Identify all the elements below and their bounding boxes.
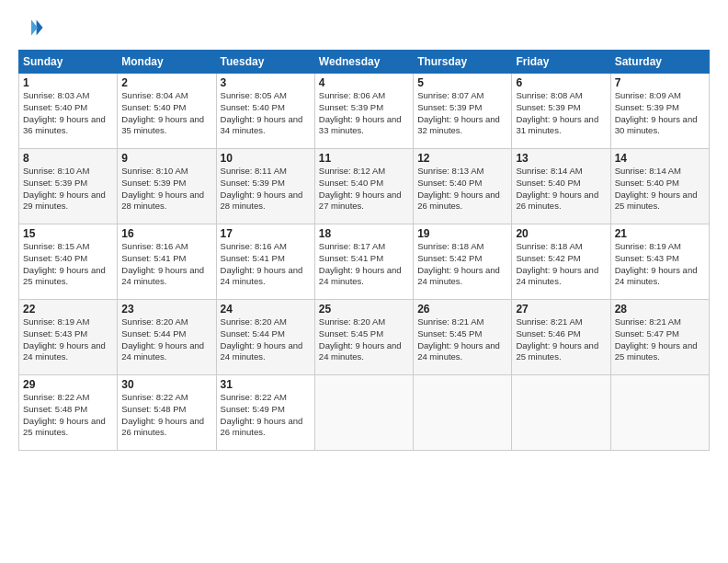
calendar-week-4: 22 Sunrise: 8:19 AMSunset: 5:43 PMDaylig… <box>19 300 710 375</box>
day-number: 1 <box>23 76 113 89</box>
day-number: 4 <box>319 76 409 89</box>
day-number: 17 <box>221 227 311 240</box>
day-number: 8 <box>23 152 113 165</box>
calendar-week-3: 15 Sunrise: 8:15 AMSunset: 5:40 PMDaylig… <box>19 224 710 300</box>
calendar-cell: 19 Sunrise: 8:18 AMSunset: 5:42 PMDaylig… <box>414 224 512 300</box>
calendar-cell: 26 Sunrise: 8:21 AMSunset: 5:45 PMDaylig… <box>414 300 512 375</box>
weekday-header-sunday: Sunday <box>19 51 118 74</box>
logo-icon <box>18 15 44 40</box>
day-number: 23 <box>121 303 211 316</box>
calendar-cell: 18 Sunrise: 8:17 AMSunset: 5:41 PMDaylig… <box>314 224 413 300</box>
calendar-cell: 9 Sunrise: 8:10 AMSunset: 5:39 PMDayligh… <box>118 149 216 224</box>
calendar-header-row: SundayMondayTuesdayWednesdayThursdayFrid… <box>19 51 710 74</box>
day-number: 27 <box>516 303 606 316</box>
logo <box>18 15 46 40</box>
day-info: Sunrise: 8:19 AMSunset: 5:43 PMDaylight:… <box>615 241 698 286</box>
day-number: 13 <box>516 152 606 165</box>
weekday-header-monday: Monday <box>118 51 216 74</box>
day-info: Sunrise: 8:12 AMSunset: 5:40 PMDaylight:… <box>319 166 402 211</box>
day-number: 15 <box>23 227 113 240</box>
day-info: Sunrise: 8:22 AMSunset: 5:49 PMDaylight:… <box>221 392 303 437</box>
day-info: Sunrise: 8:21 AMSunset: 5:45 PMDaylight:… <box>417 316 500 362</box>
day-info: Sunrise: 8:16 AMSunset: 5:41 PMDaylight:… <box>221 241 303 286</box>
day-info: Sunrise: 8:16 AMSunset: 5:41 PMDaylight:… <box>121 241 204 286</box>
day-number: 22 <box>23 303 113 316</box>
day-info: Sunrise: 8:15 AMSunset: 5:40 PMDaylight:… <box>23 241 106 286</box>
day-number: 16 <box>121 227 211 240</box>
day-info: Sunrise: 8:09 AMSunset: 5:39 PMDaylight:… <box>615 90 698 135</box>
calendar-cell: 2 Sunrise: 8:04 AMSunset: 5:40 PMDayligh… <box>118 74 216 149</box>
day-number: 28 <box>615 303 705 316</box>
day-info: Sunrise: 8:10 AMSunset: 5:39 PMDaylight:… <box>23 166 106 211</box>
calendar-cell: 5 Sunrise: 8:07 AMSunset: 5:39 PMDayligh… <box>414 74 512 149</box>
day-info: Sunrise: 8:21 AMSunset: 5:47 PMDaylight:… <box>615 316 698 362</box>
calendar-cell: 6 Sunrise: 8:08 AMSunset: 5:39 PMDayligh… <box>512 74 610 149</box>
calendar-cell: 10 Sunrise: 8:11 AMSunset: 5:39 PMDaylig… <box>216 149 314 224</box>
calendar-cell: 22 Sunrise: 8:19 AMSunset: 5:43 PMDaylig… <box>19 300 118 375</box>
day-number: 24 <box>221 303 311 316</box>
day-info: Sunrise: 8:21 AMSunset: 5:46 PMDaylight:… <box>516 316 598 362</box>
calendar-cell <box>314 375 413 451</box>
day-number: 31 <box>221 378 311 391</box>
day-number: 30 <box>121 378 211 391</box>
day-info: Sunrise: 8:14 AMSunset: 5:40 PMDaylight:… <box>516 166 598 211</box>
calendar-cell: 21 Sunrise: 8:19 AMSunset: 5:43 PMDaylig… <box>610 224 709 300</box>
day-number: 10 <box>221 152 311 165</box>
calendar-cell: 11 Sunrise: 8:12 AMSunset: 5:40 PMDaylig… <box>314 149 413 224</box>
day-number: 7 <box>615 76 705 89</box>
day-number: 20 <box>516 227 606 240</box>
weekday-header-wednesday: Wednesday <box>314 51 413 74</box>
calendar-cell: 28 Sunrise: 8:21 AMSunset: 5:47 PMDaylig… <box>610 300 709 375</box>
day-number: 2 <box>121 76 211 89</box>
day-info: Sunrise: 8:05 AMSunset: 5:40 PMDaylight:… <box>221 90 303 135</box>
day-info: Sunrise: 8:20 AMSunset: 5:44 PMDaylight:… <box>121 316 204 362</box>
calendar-cell: 25 Sunrise: 8:20 AMSunset: 5:45 PMDaylig… <box>314 300 413 375</box>
day-number: 21 <box>615 227 705 240</box>
weekday-header-saturday: Saturday <box>610 51 709 74</box>
day-info: Sunrise: 8:22 AMSunset: 5:48 PMDaylight:… <box>23 392 106 437</box>
calendar-cell <box>610 375 709 451</box>
day-info: Sunrise: 8:20 AMSunset: 5:45 PMDaylight:… <box>319 316 402 362</box>
day-number: 6 <box>516 76 606 89</box>
day-info: Sunrise: 8:18 AMSunset: 5:42 PMDaylight:… <box>516 241 598 286</box>
day-info: Sunrise: 8:13 AMSunset: 5:40 PMDaylight:… <box>417 166 500 211</box>
day-info: Sunrise: 8:10 AMSunset: 5:39 PMDaylight:… <box>121 166 204 211</box>
weekday-header-friday: Friday <box>512 51 610 74</box>
calendar-cell: 1 Sunrise: 8:03 AMSunset: 5:40 PMDayligh… <box>19 74 118 149</box>
day-number: 12 <box>417 152 507 165</box>
day-number: 29 <box>23 378 113 391</box>
day-number: 18 <box>319 227 409 240</box>
calendar-cell: 17 Sunrise: 8:16 AMSunset: 5:41 PMDaylig… <box>216 224 314 300</box>
calendar-cell: 3 Sunrise: 8:05 AMSunset: 5:40 PMDayligh… <box>216 74 314 149</box>
calendar-cell: 16 Sunrise: 8:16 AMSunset: 5:41 PMDaylig… <box>118 224 216 300</box>
day-info: Sunrise: 8:18 AMSunset: 5:42 PMDaylight:… <box>417 241 500 286</box>
day-info: Sunrise: 8:07 AMSunset: 5:39 PMDaylight:… <box>417 90 500 135</box>
calendar-cell: 7 Sunrise: 8:09 AMSunset: 5:39 PMDayligh… <box>610 74 709 149</box>
day-info: Sunrise: 8:17 AMSunset: 5:41 PMDaylight:… <box>319 241 402 286</box>
day-info: Sunrise: 8:20 AMSunset: 5:44 PMDaylight:… <box>221 316 303 362</box>
day-number: 5 <box>417 76 507 89</box>
calendar-cell: 4 Sunrise: 8:06 AMSunset: 5:39 PMDayligh… <box>314 74 413 149</box>
calendar-cell: 24 Sunrise: 8:20 AMSunset: 5:44 PMDaylig… <box>216 300 314 375</box>
calendar-cell: 12 Sunrise: 8:13 AMSunset: 5:40 PMDaylig… <box>414 149 512 224</box>
calendar-cell: 8 Sunrise: 8:10 AMSunset: 5:39 PMDayligh… <box>19 149 118 224</box>
calendar-cell: 30 Sunrise: 8:22 AMSunset: 5:48 PMDaylig… <box>118 375 216 451</box>
day-number: 25 <box>319 303 409 316</box>
day-info: Sunrise: 8:14 AMSunset: 5:40 PMDaylight:… <box>615 166 698 211</box>
calendar-cell: 27 Sunrise: 8:21 AMSunset: 5:46 PMDaylig… <box>512 300 610 375</box>
day-info: Sunrise: 8:08 AMSunset: 5:39 PMDaylight:… <box>516 90 598 135</box>
day-info: Sunrise: 8:03 AMSunset: 5:40 PMDaylight:… <box>23 90 106 135</box>
calendar-cell: 23 Sunrise: 8:20 AMSunset: 5:44 PMDaylig… <box>118 300 216 375</box>
header <box>18 15 710 40</box>
day-number: 11 <box>319 152 409 165</box>
day-number: 26 <box>417 303 507 316</box>
day-number: 19 <box>417 227 507 240</box>
calendar-cell: 15 Sunrise: 8:15 AMSunset: 5:40 PMDaylig… <box>19 224 118 300</box>
day-number: 9 <box>121 152 211 165</box>
calendar-cell: 29 Sunrise: 8:22 AMSunset: 5:48 PMDaylig… <box>19 375 118 451</box>
day-info: Sunrise: 8:04 AMSunset: 5:40 PMDaylight:… <box>121 90 204 135</box>
calendar-cell: 13 Sunrise: 8:14 AMSunset: 5:40 PMDaylig… <box>512 149 610 224</box>
calendar-table: SundayMondayTuesdayWednesdayThursdayFrid… <box>18 50 710 451</box>
day-info: Sunrise: 8:11 AMSunset: 5:39 PMDaylight:… <box>221 166 303 211</box>
day-info: Sunrise: 8:06 AMSunset: 5:39 PMDaylight:… <box>319 90 402 135</box>
